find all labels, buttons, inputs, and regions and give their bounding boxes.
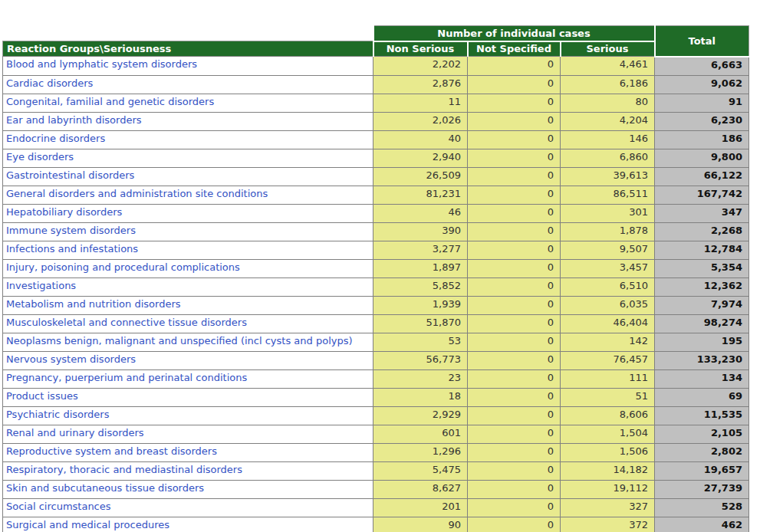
reaction-group-link[interactable]: Immune system disorders <box>3 222 373 241</box>
reaction-group-link[interactable]: Neoplasms benign, malignant and unspecif… <box>3 333 373 351</box>
not-specified-value: 0 <box>468 517 561 532</box>
row-total-value: 12,362 <box>655 277 749 296</box>
row-total-value: 6,663 <box>655 57 749 76</box>
row-total-value: 5,354 <box>655 259 749 277</box>
table-row: Skin and subcutaneous tissue disorders 8… <box>3 480 749 498</box>
header-non-serious: Non Serious <box>373 41 468 57</box>
table-row: Neoplasms benign, malignant and unspecif… <box>3 333 749 351</box>
reaction-group-link[interactable]: Investigations <box>3 277 373 296</box>
table-row: Gastrointestinal disorders 26,509 0 39,6… <box>3 167 749 186</box>
reaction-group-link[interactable]: Infections and infestations <box>3 241 373 259</box>
non-serious-value: 18 <box>373 388 468 406</box>
serious-value: 372 <box>561 517 655 532</box>
serious-value: 51 <box>561 388 655 406</box>
reaction-group-link[interactable]: Endocrine disorders <box>3 130 373 149</box>
reaction-group-link[interactable]: General disorders and administration sit… <box>3 186 373 204</box>
serious-value: 76,457 <box>561 351 655 369</box>
header-row-1: Number of individual cases Total <box>3 26 749 41</box>
header-not-specified: Not Specified <box>468 41 561 57</box>
table-row: Psychiatric disorders 2,929 0 8,606 11,5… <box>3 406 749 425</box>
row-total-value: 195 <box>655 333 749 351</box>
table-row: Renal and urinary disorders 601 0 1,504 … <box>3 425 749 443</box>
serious-value: 86,511 <box>561 186 655 204</box>
serious-value: 6,035 <box>561 296 655 314</box>
reaction-group-link[interactable]: Renal and urinary disorders <box>3 425 373 443</box>
not-specified-value: 0 <box>468 314 561 333</box>
reaction-group-link[interactable]: Hepatobiliary disorders <box>3 204 373 222</box>
table-row: Reproductive system and breast disorders… <box>3 443 749 461</box>
not-specified-value: 0 <box>468 75 561 94</box>
non-serious-value: 201 <box>373 498 468 517</box>
table-row: Endocrine disorders 40 0 146 186 <box>3 130 749 149</box>
table-row: Immune system disorders 390 0 1,878 2,26… <box>3 222 749 241</box>
non-serious-value: 23 <box>373 369 468 388</box>
reaction-group-link[interactable]: Congenital, familial and genetic disorde… <box>3 94 373 112</box>
reaction-group-link[interactable]: Cardiac disorders <box>3 75 373 94</box>
reaction-group-link[interactable]: Metabolism and nutrition disorders <box>3 296 373 314</box>
reaction-group-link[interactable]: Product issues <box>3 388 373 406</box>
non-serious-value: 46 <box>373 204 468 222</box>
table-row: Congenital, familial and genetic disorde… <box>3 94 749 112</box>
page: Number of individual cases Total Reactio… <box>0 0 760 532</box>
row-total-value: 2,105 <box>655 425 749 443</box>
row-total-value: 167,742 <box>655 186 749 204</box>
not-specified-value: 0 <box>468 425 561 443</box>
non-serious-value: 5,852 <box>373 277 468 296</box>
row-total-value: 9,800 <box>655 149 749 167</box>
serious-value: 19,112 <box>561 480 655 498</box>
row-total-value: 528 <box>655 498 749 517</box>
row-total-value: 19,657 <box>655 461 749 480</box>
non-serious-value: 11 <box>373 94 468 112</box>
reaction-group-link[interactable]: Skin and subcutaneous tissue disorders <box>3 480 373 498</box>
reaction-group-link[interactable]: Injury, poisoning and procedural complic… <box>3 259 373 277</box>
not-specified-value: 0 <box>468 388 561 406</box>
table-row: Social circumstances 201 0 327 528 <box>3 498 749 517</box>
non-serious-value: 2,876 <box>373 75 468 94</box>
reaction-group-link[interactable]: Nervous system disorders <box>3 351 373 369</box>
non-serious-value: 56,773 <box>373 351 468 369</box>
reaction-group-link[interactable]: Eye disorders <box>3 149 373 167</box>
serious-value: 6,510 <box>561 277 655 296</box>
not-specified-value: 0 <box>468 333 561 351</box>
header-serious: Serious <box>561 41 655 57</box>
row-total-value: 11,535 <box>655 406 749 425</box>
row-total-value: 27,739 <box>655 480 749 498</box>
table-row: Nervous system disorders 56,773 0 76,457… <box>3 351 749 369</box>
not-specified-value: 0 <box>468 149 561 167</box>
not-specified-value: 0 <box>468 112 561 130</box>
reaction-group-link[interactable]: Ear and labyrinth disorders <box>3 112 373 130</box>
serious-value: 146 <box>561 130 655 149</box>
not-specified-value: 0 <box>468 222 561 241</box>
non-serious-value: 3,277 <box>373 241 468 259</box>
serious-value: 111 <box>561 369 655 388</box>
non-serious-value: 5,475 <box>373 461 468 480</box>
not-specified-value: 0 <box>468 498 561 517</box>
header-corner-spacer <box>3 26 373 41</box>
non-serious-value: 2,202 <box>373 57 468 76</box>
reaction-group-link[interactable]: Blood and lymphatic system disorders <box>3 57 373 76</box>
row-total-value: 133,230 <box>655 351 749 369</box>
serious-value: 9,507 <box>561 241 655 259</box>
table-row: Ear and labyrinth disorders 2,026 0 4,20… <box>3 112 749 130</box>
reaction-group-link[interactable]: Pregnancy, puerperium and perinatal cond… <box>3 369 373 388</box>
serious-value: 1,504 <box>561 425 655 443</box>
serious-value: 6,186 <box>561 75 655 94</box>
not-specified-value: 0 <box>468 480 561 498</box>
reaction-group-link[interactable]: Psychiatric disorders <box>3 406 373 425</box>
non-serious-value: 2,940 <box>373 149 468 167</box>
reaction-group-link[interactable]: Musculoskeletal and connective tissue di… <box>3 314 373 333</box>
table-row: Blood and lymphatic system disorders 2,2… <box>3 57 749 76</box>
reaction-group-link[interactable]: Social circumstances <box>3 498 373 517</box>
reaction-groups-seriousness-table: Number of individual cases Total Reactio… <box>2 25 749 532</box>
reaction-group-link[interactable]: Surgical and medical procedures <box>3 517 373 532</box>
row-total-value: 12,784 <box>655 241 749 259</box>
reaction-group-link[interactable]: Reproductive system and breast disorders <box>3 443 373 461</box>
not-specified-value: 0 <box>468 186 561 204</box>
row-total-value: 462 <box>655 517 749 532</box>
not-specified-value: 0 <box>468 351 561 369</box>
row-total-value: 9,062 <box>655 75 749 94</box>
row-total-value: 2,268 <box>655 222 749 241</box>
reaction-group-link[interactable]: Respiratory, thoracic and mediastinal di… <box>3 461 373 480</box>
serious-value: 6,860 <box>561 149 655 167</box>
reaction-group-link[interactable]: Gastrointestinal disorders <box>3 167 373 186</box>
